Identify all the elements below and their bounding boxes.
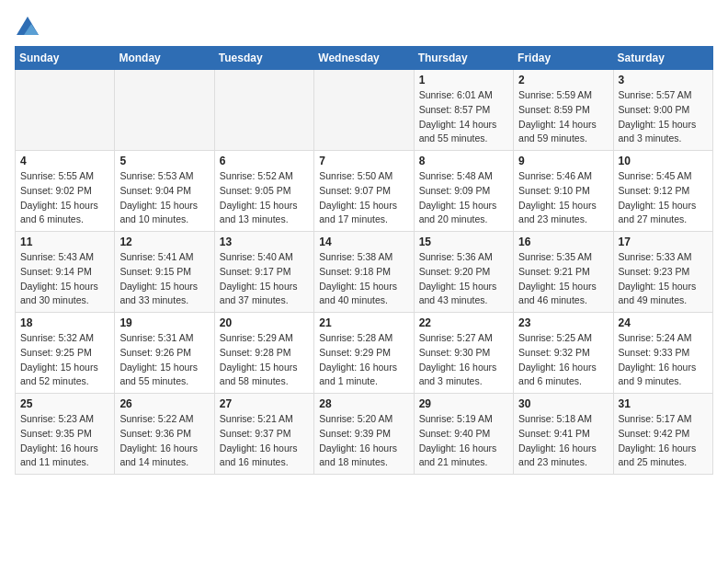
calendar-cell: 18Sunrise: 5:32 AMSunset: 9:25 PMDayligh…: [16, 313, 115, 394]
calendar-cell: 12Sunrise: 5:41 AMSunset: 9:15 PMDayligh…: [115, 232, 214, 313]
calendar-cell: 30Sunrise: 5:18 AMSunset: 9:41 PMDayligh…: [514, 394, 613, 475]
day-number: 24: [619, 316, 708, 329]
day-info: Sunrise: 5:25 AMSunset: 9:32 PMDaylight:…: [518, 331, 608, 389]
day-info: Sunrise: 5:46 AMSunset: 9:10 PMDaylight:…: [518, 169, 608, 227]
day-number: 6: [220, 155, 309, 167]
calendar-cell: 13Sunrise: 5:40 AMSunset: 9:17 PMDayligh…: [214, 232, 313, 313]
day-info: Sunrise: 5:31 AMSunset: 9:26 PMDaylight:…: [119, 331, 209, 389]
calendar-cell: 7Sunrise: 5:50 AMSunset: 9:07 PMDaylight…: [314, 151, 414, 232]
calendar-cell: 17Sunrise: 5:33 AMSunset: 9:23 PMDayligh…: [613, 232, 712, 313]
day-info: Sunrise: 5:53 AMSunset: 9:04 PMDaylight:…: [119, 169, 209, 227]
day-number: 2: [518, 74, 608, 86]
day-info: Sunrise: 5:45 AMSunset: 9:12 PMDaylight:…: [619, 169, 708, 227]
calendar-week-row: 1Sunrise: 6:01 AMSunset: 8:57 PMDaylight…: [16, 70, 713, 151]
calendar-cell: 19Sunrise: 5:31 AMSunset: 9:26 PMDayligh…: [115, 313, 214, 394]
day-number: 17: [619, 236, 708, 248]
day-number: 10: [619, 155, 708, 167]
day-info: Sunrise: 5:33 AMSunset: 9:23 PMDaylight:…: [619, 250, 708, 308]
calendar-cell: 24Sunrise: 5:24 AMSunset: 9:33 PMDayligh…: [613, 313, 712, 394]
day-number: 11: [20, 236, 109, 248]
calendar-cell: 27Sunrise: 5:21 AMSunset: 9:37 PMDayligh…: [214, 394, 313, 475]
day-info: Sunrise: 6:01 AMSunset: 8:57 PMDaylight:…: [419, 88, 508, 146]
calendar-cell: 5Sunrise: 5:53 AMSunset: 9:04 PMDaylight…: [115, 151, 214, 232]
day-info: Sunrise: 5:35 AMSunset: 9:21 PMDaylight:…: [518, 250, 608, 308]
calendar-cell: 8Sunrise: 5:48 AMSunset: 9:09 PMDaylight…: [414, 151, 513, 232]
calendar-cell: [115, 70, 214, 151]
day-number: 15: [419, 236, 508, 248]
day-number: 3: [619, 74, 708, 86]
calendar-cell: 26Sunrise: 5:22 AMSunset: 9:36 PMDayligh…: [115, 394, 214, 475]
calendar-cell: 28Sunrise: 5:20 AMSunset: 9:39 PMDayligh…: [314, 394, 414, 475]
day-number: 9: [518, 155, 608, 167]
day-info: Sunrise: 5:19 AMSunset: 9:40 PMDaylight:…: [419, 412, 508, 470]
logo-icon: [15, 15, 40, 40]
day-number: 26: [119, 397, 209, 410]
day-number: 23: [518, 316, 608, 329]
calendar-week-row: 11Sunrise: 5:43 AMSunset: 9:14 PMDayligh…: [16, 232, 713, 313]
calendar-cell: 20Sunrise: 5:29 AMSunset: 9:28 PMDayligh…: [214, 313, 313, 394]
day-info: Sunrise: 5:17 AMSunset: 9:42 PMDaylight:…: [619, 412, 708, 470]
calendar-header-sunday: Sunday: [16, 47, 115, 70]
day-info: Sunrise: 5:40 AMSunset: 9:17 PMDaylight:…: [220, 250, 309, 308]
day-info: Sunrise: 5:38 AMSunset: 9:18 PMDaylight:…: [319, 250, 408, 308]
day-number: 18: [20, 316, 109, 329]
calendar-cell: 4Sunrise: 5:55 AMSunset: 9:02 PMDaylight…: [16, 151, 115, 232]
day-number: 22: [419, 316, 508, 329]
calendar-cell: 10Sunrise: 5:45 AMSunset: 9:12 PMDayligh…: [613, 151, 712, 232]
day-number: 25: [20, 397, 109, 410]
day-number: 4: [20, 155, 109, 167]
calendar-header-thursday: Thursday: [414, 47, 513, 70]
day-info: Sunrise: 5:23 AMSunset: 9:35 PMDaylight:…: [20, 412, 109, 470]
calendar-header-wednesday: Wednesday: [314, 47, 414, 70]
day-number: 5: [119, 155, 209, 167]
day-info: Sunrise: 5:22 AMSunset: 9:36 PMDaylight:…: [119, 412, 209, 470]
calendar-cell: 21Sunrise: 5:28 AMSunset: 9:29 PMDayligh…: [314, 313, 414, 394]
day-number: 16: [518, 236, 608, 248]
calendar-week-row: 4Sunrise: 5:55 AMSunset: 9:02 PMDaylight…: [16, 151, 713, 232]
calendar-cell: [314, 70, 414, 151]
calendar-header-tuesday: Tuesday: [214, 47, 313, 70]
day-info: Sunrise: 5:41 AMSunset: 9:15 PMDaylight:…: [119, 250, 209, 308]
day-number: 13: [220, 236, 309, 248]
day-info: Sunrise: 5:59 AMSunset: 8:59 PMDaylight:…: [518, 88, 608, 146]
day-info: Sunrise: 5:29 AMSunset: 9:28 PMDaylight:…: [220, 331, 309, 389]
calendar-cell: 1Sunrise: 6:01 AMSunset: 8:57 PMDaylight…: [414, 70, 513, 151]
day-info: Sunrise: 5:24 AMSunset: 9:33 PMDaylight:…: [619, 331, 708, 389]
day-info: Sunrise: 5:36 AMSunset: 9:20 PMDaylight:…: [419, 250, 508, 308]
calendar-cell: [16, 70, 115, 151]
day-number: 8: [419, 155, 508, 167]
calendar-cell: 2Sunrise: 5:59 AMSunset: 8:59 PMDaylight…: [514, 70, 613, 151]
calendar-header-monday: Monday: [115, 47, 214, 70]
logo: [15, 15, 44, 40]
day-number: 14: [319, 236, 408, 248]
calendar-cell: 9Sunrise: 5:46 AMSunset: 9:10 PMDaylight…: [514, 151, 613, 232]
calendar-cell: 25Sunrise: 5:23 AMSunset: 9:35 PMDayligh…: [16, 394, 115, 475]
day-number: 19: [119, 316, 209, 329]
calendar-cell: 16Sunrise: 5:35 AMSunset: 9:21 PMDayligh…: [514, 232, 613, 313]
day-number: 29: [419, 397, 508, 410]
day-number: 20: [220, 316, 309, 329]
day-info: Sunrise: 5:52 AMSunset: 9:05 PMDaylight:…: [220, 169, 309, 227]
day-number: 27: [220, 397, 309, 410]
calendar-header-saturday: Saturday: [613, 47, 712, 70]
calendar-table: SundayMondayTuesdayWednesdayThursdayFrid…: [15, 46, 713, 475]
calendar-week-row: 18Sunrise: 5:32 AMSunset: 9:25 PMDayligh…: [16, 313, 713, 394]
day-info: Sunrise: 5:18 AMSunset: 9:41 PMDaylight:…: [518, 412, 608, 470]
page-header: [15, 15, 713, 40]
calendar-cell: 31Sunrise: 5:17 AMSunset: 9:42 PMDayligh…: [613, 394, 712, 475]
calendar-cell: [214, 70, 313, 151]
day-info: Sunrise: 5:27 AMSunset: 9:30 PMDaylight:…: [419, 331, 508, 389]
day-number: 28: [319, 397, 408, 410]
calendar-cell: 29Sunrise: 5:19 AMSunset: 9:40 PMDayligh…: [414, 394, 513, 475]
day-number: 1: [419, 74, 508, 86]
day-number: 31: [619, 397, 708, 410]
day-info: Sunrise: 5:50 AMSunset: 9:07 PMDaylight:…: [319, 169, 408, 227]
calendar-week-row: 25Sunrise: 5:23 AMSunset: 9:35 PMDayligh…: [16, 394, 713, 475]
calendar-cell: 14Sunrise: 5:38 AMSunset: 9:18 PMDayligh…: [314, 232, 414, 313]
calendar-cell: 11Sunrise: 5:43 AMSunset: 9:14 PMDayligh…: [16, 232, 115, 313]
calendar-header-friday: Friday: [514, 47, 613, 70]
day-number: 12: [119, 236, 209, 248]
day-info: Sunrise: 5:20 AMSunset: 9:39 PMDaylight:…: [319, 412, 408, 470]
day-info: Sunrise: 5:21 AMSunset: 9:37 PMDaylight:…: [220, 412, 309, 470]
calendar-cell: 15Sunrise: 5:36 AMSunset: 9:20 PMDayligh…: [414, 232, 513, 313]
